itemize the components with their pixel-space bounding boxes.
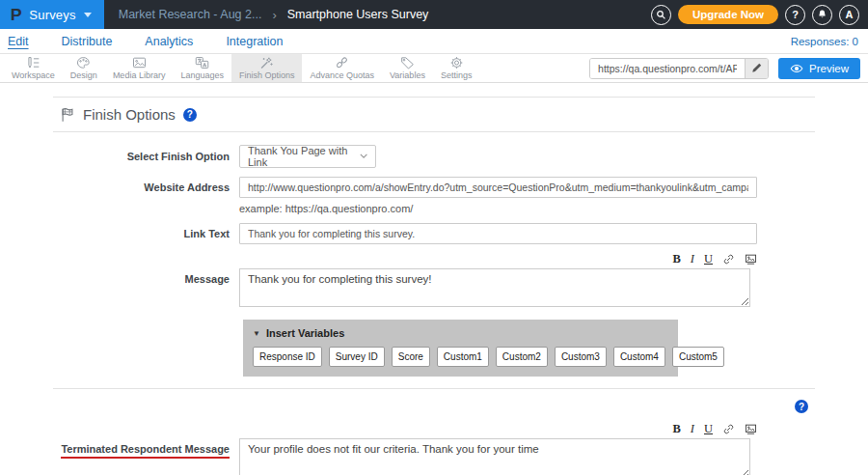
finish-options-form: Select Finish Option Thank You Page with… bbox=[53, 132, 815, 389]
tab-edit[interactable]: Edit bbox=[8, 35, 29, 48]
underline-icon[interactable]: U bbox=[704, 423, 713, 435]
tool-design[interactable]: Design bbox=[63, 54, 105, 82]
finish-option-row: Select Finish Option Thank You Page with… bbox=[53, 145, 815, 168]
terminated-help-icon[interactable]: ? bbox=[795, 400, 808, 413]
edit-pencil-icon bbox=[751, 63, 762, 73]
image-icon[interactable] bbox=[745, 423, 757, 435]
design-icon bbox=[76, 56, 91, 70]
help-icon[interactable]: ? bbox=[183, 108, 197, 122]
tool-label: Languages bbox=[180, 70, 224, 80]
account-avatar[interactable]: A bbox=[839, 5, 859, 25]
link-text-input[interactable] bbox=[239, 223, 757, 244]
questionpro-logo: P bbox=[11, 7, 22, 23]
finish-options-card: Finish Options ? Select Finish Option Th… bbox=[53, 97, 815, 475]
tool-settings[interactable]: Settings bbox=[433, 54, 480, 82]
help-button[interactable]: ? bbox=[785, 5, 805, 25]
tab-integration[interactable]: Integration bbox=[226, 35, 283, 48]
preview-button[interactable]: Preview bbox=[778, 58, 860, 79]
tool-label: Variables bbox=[390, 70, 425, 80]
survey-url-group bbox=[589, 58, 769, 79]
tool-workspace[interactable]: Workspace bbox=[4, 54, 63, 82]
insert-variables-toggle[interactable]: ▼ Insert Variables bbox=[253, 327, 668, 339]
insert-variables-label: Insert Variables bbox=[266, 327, 344, 339]
surveys-menu-button[interactable]: P Surveys bbox=[0, 0, 104, 29]
finish-option-label: Select Finish Option bbox=[53, 151, 230, 162]
terminated-textarea[interactable]: Your profile does not fit our criteria. … bbox=[239, 438, 750, 475]
italic-icon[interactable]: I bbox=[691, 253, 694, 265]
edit-url-button[interactable] bbox=[745, 59, 768, 78]
upgrade-now-button[interactable]: Upgrade Now bbox=[678, 5, 778, 24]
variable-custom3-button[interactable]: Custom3 bbox=[555, 347, 607, 367]
search-icon bbox=[656, 10, 666, 20]
top-bar: P Surveys Market Research - Aug 2... › S… bbox=[0, 0, 868, 29]
tab-distribute[interactable]: Distribute bbox=[62, 35, 113, 48]
bold-icon[interactable]: B bbox=[672, 253, 680, 265]
question-circle-icon: ? bbox=[792, 9, 799, 20]
link-text-row: Link Text bbox=[53, 223, 815, 244]
preview-label: Preview bbox=[809, 63, 849, 74]
underline-icon[interactable]: U bbox=[704, 253, 713, 265]
eye-icon bbox=[790, 64, 803, 73]
survey-tab-bar: Edit Distribute Analytics Integration Re… bbox=[0, 29, 868, 54]
tool-label: Media Library bbox=[113, 70, 166, 80]
breadcrumb-survey-name: Smartphone Users Survey bbox=[287, 8, 429, 21]
tool-variables[interactable]: Variables bbox=[382, 54, 433, 82]
media-library-icon bbox=[132, 56, 147, 70]
tool-media-library[interactable]: Media Library bbox=[105, 54, 174, 82]
tool-finish-options[interactable]: Finish Options bbox=[231, 54, 303, 82]
workspace-icon bbox=[26, 56, 41, 70]
edit-toolbar: Workspace Design Media Library Languages bbox=[0, 54, 868, 83]
chevron-down-icon bbox=[360, 154, 367, 159]
search-button[interactable] bbox=[651, 5, 671, 25]
variable-custom1-button[interactable]: Custom1 bbox=[437, 347, 489, 367]
terminated-label: Terminated Respondent Message bbox=[53, 438, 230, 475]
advance-quotas-icon bbox=[335, 56, 349, 70]
tool-languages[interactable]: Languages bbox=[173, 54, 231, 82]
message-textarea[interactable]: Thank you for completing this survey! bbox=[239, 268, 750, 307]
terminated-row: Terminated Respondent Message Your profi… bbox=[53, 438, 815, 475]
terminated-editor-toolbar: B I U bbox=[239, 423, 757, 435]
tool-label: Settings bbox=[441, 70, 473, 80]
notifications-button[interactable] bbox=[812, 5, 832, 25]
toolbar-right: Preview bbox=[589, 54, 868, 82]
tab-analytics[interactable]: Analytics bbox=[145, 35, 193, 48]
bold-icon[interactable]: B bbox=[672, 423, 680, 435]
website-address-row: Website Address example: https://qa.ques… bbox=[53, 177, 815, 214]
caret-down-icon bbox=[84, 13, 92, 17]
variable-custom4-button[interactable]: Custom4 bbox=[613, 347, 665, 367]
survey-url-input[interactable] bbox=[590, 59, 745, 78]
variable-custom2-button[interactable]: Custom2 bbox=[496, 347, 548, 367]
caret-down-icon: ▼ bbox=[253, 329, 260, 338]
italic-icon[interactable]: I bbox=[691, 423, 694, 435]
finish-option-select[interactable]: Thank You Page with Link bbox=[239, 145, 376, 168]
link-icon[interactable] bbox=[722, 423, 735, 435]
finish-option-value: Thank You Page with Link bbox=[248, 145, 360, 168]
breadcrumb: Market Research - Aug 2... › Smartphone … bbox=[119, 8, 429, 22]
tool-label: Workspace bbox=[12, 70, 55, 80]
finish-options-icon bbox=[259, 56, 274, 70]
website-example-text: example: https://qa.questionpro.com/ bbox=[239, 203, 815, 214]
responses-count[interactable]: Responses: 0 bbox=[791, 36, 858, 47]
variable-response-id-button[interactable]: Response ID bbox=[253, 347, 322, 367]
tool-advance-quotas[interactable]: Advance Quotas bbox=[302, 54, 382, 82]
variable-score-button[interactable]: Score bbox=[392, 347, 430, 367]
breadcrumb-folder[interactable]: Market Research - Aug 2... bbox=[119, 8, 262, 21]
variable-survey-id-button[interactable]: Survey ID bbox=[329, 347, 385, 367]
link-text-label: Link Text bbox=[53, 228, 230, 239]
page-title: Finish Options bbox=[83, 106, 176, 123]
tool-label: Design bbox=[70, 70, 97, 80]
card-header: Finish Options ? bbox=[53, 98, 815, 132]
image-icon[interactable] bbox=[745, 253, 757, 265]
variable-custom5-button[interactable]: Custom5 bbox=[672, 347, 724, 367]
terminated-section: ? B I U Terminated Respondent Message Yo… bbox=[53, 389, 815, 475]
languages-icon bbox=[195, 56, 209, 70]
variables-icon bbox=[400, 56, 415, 70]
link-icon[interactable] bbox=[722, 253, 735, 265]
settings-icon bbox=[449, 56, 464, 70]
tool-label: Finish Options bbox=[239, 70, 295, 80]
chevron-right-icon: › bbox=[272, 8, 276, 22]
website-address-label: Website Address bbox=[53, 177, 230, 214]
message-label: Message bbox=[53, 268, 230, 311]
avatar-initial: A bbox=[846, 9, 854, 20]
website-address-input[interactable] bbox=[239, 177, 757, 198]
